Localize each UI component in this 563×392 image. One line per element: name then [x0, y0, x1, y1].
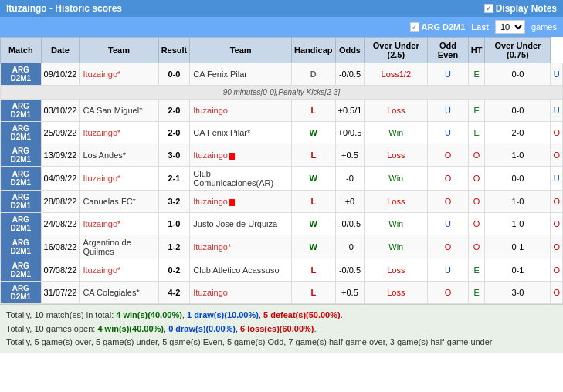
league-cell: ARG D2M1: [1, 144, 42, 167]
ht-cell: 0-0: [485, 63, 551, 86]
handicap-cell: +0.5: [335, 282, 365, 304]
result-cell: W: [291, 167, 335, 191]
league-cell: ARG D2M1: [1, 100, 42, 122]
oe-cell: O: [468, 167, 485, 191]
date-cell: 13/09/22: [41, 144, 80, 167]
summary-line2: Totally, 10 games open: 4 win(s)(40.00%)…: [6, 323, 557, 336]
display-notes-label: Display Notes: [496, 3, 557, 14]
score-cell: 2-1: [158, 167, 190, 191]
date-cell: 07/08/22: [41, 259, 80, 282]
odds-cell: Loss: [365, 144, 428, 167]
oe-cell: O: [468, 235, 485, 259]
ht-cell: 1-0: [485, 144, 551, 167]
team1-cell: Ituzaingo*: [80, 259, 158, 282]
table-row: ARG D2M1 28/08/22 Canuelas FC* 3-2 Ituza…: [1, 191, 563, 213]
ou075-cell: U: [551, 100, 563, 122]
handicap-cell: +0.5/1: [335, 100, 365, 122]
display-notes-checkbox[interactable]: [484, 4, 493, 13]
odds-cell: Loss: [365, 100, 428, 122]
odds-cell: Loss: [365, 191, 428, 213]
handicap-cell: +0: [335, 191, 365, 213]
ou075-cell: U: [551, 63, 563, 86]
last-games-select[interactable]: 10 20 5: [495, 20, 525, 34]
score-cell: 4-2: [158, 282, 190, 304]
table-row: ARG D2M1 04/09/22 Ituzaingo* 2-1 Club Co…: [1, 167, 563, 191]
ou25-cell: U: [428, 63, 469, 86]
handicap-cell: -0: [335, 167, 365, 191]
table-header-row: Match Date Team Result Team Handicap Odd…: [1, 38, 563, 63]
page-title: Ituzaingo - Historic scores: [6, 3, 122, 14]
handicap-cell: +0/0.5: [335, 122, 365, 144]
ou075-cell: O: [551, 235, 563, 259]
league-cell: ARG D2M1: [1, 63, 42, 86]
team2-cell: CA Fenix Pilar: [190, 63, 292, 86]
score-cell: 0-0: [158, 63, 190, 86]
col-match: Match: [1, 38, 42, 63]
col-ht: HT: [468, 38, 485, 63]
table-row: ARG D2M1 16/08/22 Argentino de Quilmes 1…: [1, 235, 563, 259]
league-cell: ARG D2M1: [1, 259, 42, 282]
league-cell: ARG D2M1: [1, 191, 42, 213]
league-checkbox[interactable]: [410, 22, 419, 32]
ou25-cell: U: [428, 122, 469, 144]
league-label: ARG D2M1: [422, 22, 466, 32]
ht-cell: 3-0: [485, 282, 551, 304]
score-cell: 0-2: [158, 259, 190, 282]
score-cell: 2-0: [158, 122, 190, 144]
summary-line1: Totally, 10 match(es) in total: 4 win(s)…: [6, 309, 557, 323]
team2-cell: Ituzaingo: [190, 191, 292, 213]
ht-cell: 1-0: [485, 213, 551, 235]
oe-cell: E: [468, 282, 485, 304]
display-notes-toggle[interactable]: Display Notes: [484, 3, 557, 14]
team2-cell: Ituzaingo: [190, 100, 292, 122]
penalty-note-row: 90 minutes[0-0],Penalty Kicks[2-3]: [1, 86, 563, 100]
penalty-note: 90 minutes[0-0],Penalty Kicks[2-3]: [1, 86, 563, 100]
ou25-cell: O: [428, 167, 469, 191]
team2-cell: Club Atletico Acassuso: [190, 259, 292, 282]
ou25-cell: O: [428, 144, 469, 167]
score-cell: 1-0: [158, 213, 190, 235]
col-ou25: Over Under (2.5): [365, 38, 428, 63]
league-cell: ARG D2M1: [1, 282, 42, 304]
col-result: Result: [158, 38, 190, 63]
odds-cell: Loss1/2: [365, 63, 428, 86]
last-label: Last: [471, 22, 489, 32]
ou075-cell: O: [551, 282, 563, 304]
odds-cell: Win: [365, 213, 428, 235]
handicap-cell: -0/0.5: [335, 213, 365, 235]
score-cell: 3-2: [158, 191, 190, 213]
result-cell: L: [291, 144, 335, 167]
col-date: Date: [41, 38, 80, 63]
ou25-cell: O: [428, 282, 469, 304]
ht-cell: 1-0: [485, 191, 551, 213]
ou075-cell: O: [551, 144, 563, 167]
odds-cell: Win: [365, 122, 428, 144]
team1-cell: Ituzaingo*: [80, 63, 158, 86]
ou075-cell: O: [551, 122, 563, 144]
team2-cell: Ituzaingo: [190, 282, 292, 304]
summary-line3: Totally, 5 game(s) over, 5 game(s) under…: [6, 336, 557, 350]
ht-cell: 0-0: [485, 167, 551, 191]
date-cell: 16/08/22: [41, 235, 80, 259]
ou075-cell: O: [551, 259, 563, 282]
oe-cell: E: [468, 259, 485, 282]
odds-cell: Loss: [365, 282, 428, 304]
result-cell: W: [291, 235, 335, 259]
ht-cell: 0-1: [485, 235, 551, 259]
ou25-cell: O: [428, 191, 469, 213]
date-cell: 03/10/22: [41, 100, 80, 122]
filter-bar: ARG D2M1 Last 10 20 5 games: [0, 17, 563, 37]
odds-cell: Loss: [365, 259, 428, 282]
handicap-cell: +0.5: [335, 144, 365, 167]
league-cell: ARG D2M1: [1, 167, 42, 191]
table-row: ARG D2M1 09/10/22 Ituzaingo* 0-0 CA Feni…: [1, 63, 563, 86]
team2-cell: CA Fenix Pilar*: [190, 122, 292, 144]
handicap-cell: -0/0.5: [335, 259, 365, 282]
ou25-cell: U: [428, 100, 469, 122]
result-cell: L: [291, 100, 335, 122]
result-cell: L: [291, 282, 335, 304]
oe-cell: O: [468, 191, 485, 213]
team1-cell: CA San Miguel*: [80, 100, 158, 122]
header: Ituzaingo - Historic scores Display Note…: [0, 0, 563, 17]
date-cell: 28/08/22: [41, 191, 80, 213]
